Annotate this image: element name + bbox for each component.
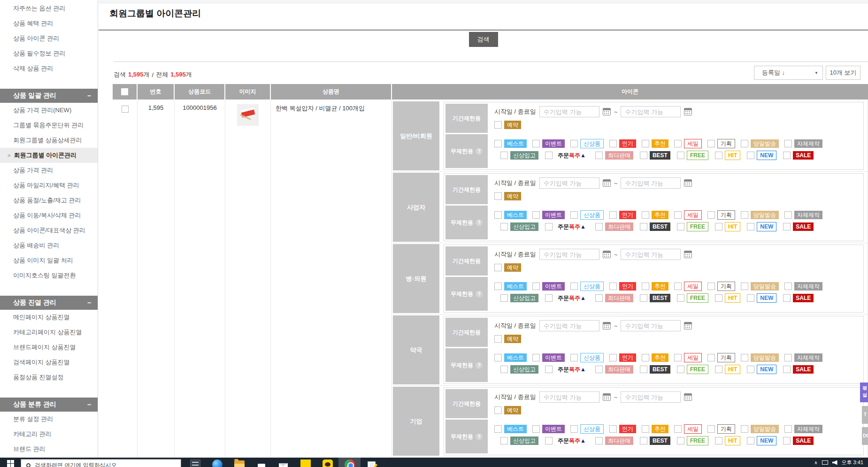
icon-option[interactable]: HIT	[715, 293, 740, 303]
icon-option-checkbox[interactable]	[494, 140, 502, 147]
start-date-input[interactable]	[539, 320, 599, 331]
sidebar-item[interactable]: 카테고리페이지 상품진열	[0, 325, 98, 340]
icon-option-checkbox[interactable]	[545, 437, 553, 444]
icon-option-checkbox[interactable]	[642, 283, 649, 290]
icon-option[interactable]: 베스트	[494, 211, 527, 219]
icon-option[interactable]: 기획	[707, 139, 735, 148]
icon-option[interactable]: 인기	[609, 139, 636, 148]
scroll-down-button[interactable]: DO	[862, 427, 868, 445]
icon-option-checkbox[interactable]	[595, 294, 603, 302]
icon-option-checkbox[interactable]	[500, 437, 508, 444]
icon-option-checkbox[interactable]	[609, 425, 617, 433]
icon-option-checkbox[interactable]	[747, 294, 754, 302]
help-icon[interactable]: ?	[476, 219, 483, 226]
view-count-button[interactable]: 10개 보기	[826, 66, 860, 80]
reserve-checkbox[interactable]	[494, 335, 502, 343]
icon-option-checkbox[interactable]	[545, 223, 553, 230]
clock[interactable]: 오후 3:41	[842, 459, 863, 466]
icon-option[interactable]: 세일	[674, 282, 702, 291]
icon-option[interactable]: 신상품	[570, 210, 604, 220]
icon-option[interactable]: 베스트	[494, 353, 527, 362]
icon-option[interactable]: 베스트	[494, 425, 527, 433]
icon-option-checkbox[interactable]	[715, 152, 722, 159]
icon-option-checkbox[interactable]	[494, 211, 502, 219]
icon-option[interactable]: 추천	[642, 211, 668, 219]
icon-option[interactable]: 인기	[609, 282, 636, 291]
icon-option-checkbox[interactable]	[545, 366, 553, 373]
icon-option-checkbox[interactable]	[674, 211, 682, 219]
icon-option-checkbox[interactable]	[747, 437, 754, 444]
icon-option[interactable]: 자체제작	[784, 282, 822, 291]
icon-option[interactable]: 주문폭주▲	[545, 365, 589, 374]
icon-option-checkbox[interactable]	[707, 283, 715, 290]
icon-option[interactable]: NEW	[747, 436, 776, 445]
icon-option-checkbox[interactable]	[715, 223, 722, 230]
icon-option-checkbox[interactable]	[674, 283, 682, 290]
sidebar-section-category-manage[interactable]: 상품 분류 관리 −	[0, 398, 98, 412]
icon-option[interactable]: BEST	[640, 294, 670, 302]
icon-option-checkbox[interactable]	[642, 140, 649, 147]
sidebar-item-active-icon-manage[interactable]: > 회원그룹별 아이콘관리	[0, 148, 98, 163]
icon-option[interactable]: FREE	[677, 293, 708, 303]
collapse-minus-icon[interactable]: −	[87, 401, 91, 408]
icon-option-checkbox[interactable]	[642, 354, 649, 361]
icon-option-checkbox[interactable]	[741, 211, 748, 219]
help-icon[interactable]: ?	[476, 291, 483, 298]
icon-option-checkbox[interactable]	[494, 283, 502, 290]
icon-option[interactable]: 추천	[642, 282, 668, 291]
end-date-input[interactable]	[621, 177, 681, 189]
icon-option-checkbox[interactable]	[570, 283, 578, 290]
icon-option[interactable]: 최다판매	[595, 436, 633, 445]
sidebar-item[interactable]: 상품 이동/복사/삭제 관리	[0, 208, 98, 223]
icon-option-checkbox[interactable]	[674, 354, 682, 361]
icon-option-checkbox[interactable]	[642, 425, 649, 433]
icon-option[interactable]: NEW	[747, 222, 776, 231]
icon-option-checkbox[interactable]	[674, 425, 682, 433]
icon-option-checkbox[interactable]	[570, 425, 578, 433]
icon-option-checkbox[interactable]	[715, 294, 722, 302]
icon-option[interactable]: 최다판매	[595, 222, 633, 231]
icon-option[interactable]: BEST	[640, 151, 670, 160]
icon-option[interactable]: 인기	[609, 425, 636, 433]
icon-option[interactable]: FREE	[677, 222, 708, 231]
floating-settings-tab[interactable]: 평 설	[860, 383, 868, 402]
sidebar-item[interactable]: 상품 아이콘 관리	[0, 31, 98, 46]
icon-option-checkbox[interactable]	[640, 223, 647, 230]
icon-option[interactable]: 당일발송	[741, 425, 779, 433]
icon-option[interactable]: 신상입고	[500, 222, 538, 231]
icon-option-checkbox[interactable]	[532, 354, 540, 361]
icon-option[interactable]: 기획	[707, 282, 735, 291]
row-checkbox[interactable]	[122, 106, 129, 113]
sidebar-item[interactable]: 그룹별 묶음주문단위 관리	[0, 118, 98, 133]
icon-option-checkbox[interactable]	[783, 294, 791, 302]
sidebar-item[interactable]: 검색페이지 상품진열	[0, 355, 98, 370]
icon-option[interactable]: 신상입고	[500, 365, 538, 374]
reserve-checkbox[interactable]	[494, 406, 502, 414]
icon-option[interactable]: 인기	[609, 211, 636, 219]
calendar-icon[interactable]	[603, 251, 611, 258]
icon-option-checkbox[interactable]	[741, 283, 748, 290]
scroll-top-button[interactable]: T	[862, 406, 868, 424]
start-date-input[interactable]	[539, 177, 599, 189]
icon-option[interactable]: 주문폭주▲	[545, 151, 589, 160]
icon-option[interactable]: 자체제작	[784, 353, 822, 362]
icon-option[interactable]: 이벤트	[532, 425, 565, 433]
icon-option-checkbox[interactable]	[642, 211, 649, 219]
icon-option[interactable]: 신상입고	[500, 294, 538, 302]
icon-option[interactable]: 신상품	[570, 424, 604, 434]
icon-option-checkbox[interactable]	[707, 354, 715, 361]
select-all-checkbox[interactable]	[121, 88, 128, 95]
taskbar-app-mail[interactable]	[272, 459, 294, 467]
icon-option-checkbox[interactable]	[784, 425, 792, 433]
icon-option-checkbox[interactable]	[609, 211, 617, 219]
icon-option-checkbox[interactable]	[715, 366, 722, 373]
taskbar-app-notepad[interactable]	[361, 459, 383, 467]
icon-option[interactable]: 주문폭주▲	[545, 294, 589, 302]
icon-option[interactable]: 최다판매	[595, 365, 633, 374]
icon-option[interactable]: HIT	[715, 222, 740, 231]
sidebar-item[interactable]: 상품 혜택 관리	[0, 16, 98, 31]
icon-option[interactable]: SALE	[783, 294, 814, 302]
icon-option-checkbox[interactable]	[570, 211, 578, 219]
icon-option[interactable]: 주문폭주▲	[545, 222, 589, 231]
icon-option[interactable]: 기획	[707, 424, 735, 434]
